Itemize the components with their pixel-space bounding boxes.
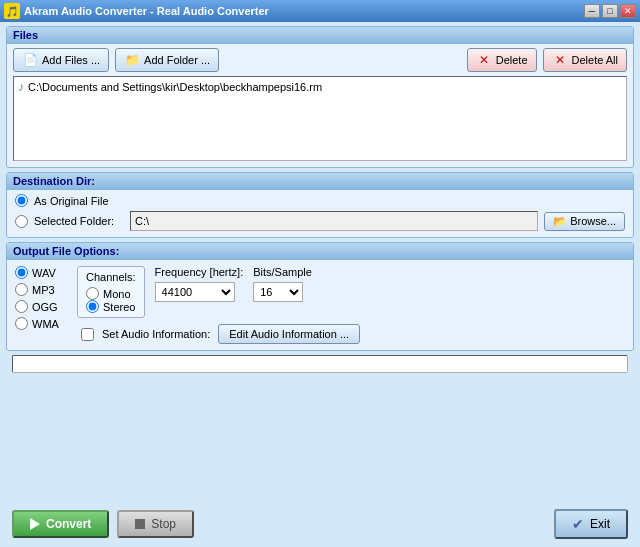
format-ogg-row: OGG xyxy=(15,300,65,313)
set-audio-info-label: Set Audio Information: xyxy=(102,328,210,340)
format-mp3-label: MP3 xyxy=(32,284,55,296)
format-wav-radio[interactable] xyxy=(15,266,28,279)
file-path: C:\Documents and Settings\kir\Desktop\be… xyxy=(28,81,322,93)
selected-folder-label: Selected Folder: xyxy=(34,215,124,227)
output-section: Output File Options: WAV MP3 OGG W xyxy=(6,242,634,351)
files-list[interactable]: ♪ C:\Documents and Settings\kir\Desktop\… xyxy=(13,76,627,161)
audio-info-row: Set Audio Information: Edit Audio Inform… xyxy=(77,324,625,344)
delete-button[interactable]: ✕ Delete xyxy=(467,48,537,72)
add-files-icon: 📄 xyxy=(22,52,38,68)
frequency-column: Frequency [hertz]: 44100 22050 11025 800… xyxy=(155,266,244,318)
output-section-title: Output File Options: xyxy=(7,243,633,260)
frequency-label: Frequency [hertz]: xyxy=(155,266,244,278)
convert-button[interactable]: Convert xyxy=(12,510,109,538)
output-right: Channels: Mono Stereo Frequency [hertz]: xyxy=(77,266,625,344)
window-controls: ─ □ ✕ xyxy=(584,4,636,18)
add-folder-icon: 📁 xyxy=(124,52,140,68)
output-content: WAV MP3 OGG WMA xyxy=(7,260,633,350)
destination-section: Destination Dir: As Original File Select… xyxy=(6,172,634,238)
as-original-row: As Original File xyxy=(15,194,625,207)
mono-radio[interactable] xyxy=(86,287,99,300)
add-files-button[interactable]: 📄 Add Files ... xyxy=(13,48,109,72)
format-mp3-row: MP3 xyxy=(15,283,65,296)
format-wav-row: WAV xyxy=(15,266,65,279)
channels-label: Channels: xyxy=(86,271,136,283)
files-section-title: Files xyxy=(7,27,633,44)
browse-button[interactable]: 📂 Browse... xyxy=(544,212,625,231)
files-section: Files 📄 Add Files ... 📁 Add Folder ... ✕… xyxy=(6,26,634,168)
mono-row: Mono xyxy=(86,287,136,300)
progress-bar xyxy=(12,355,628,373)
destination-section-title: Destination Dir: xyxy=(7,173,633,190)
maximize-button[interactable]: □ xyxy=(602,4,618,18)
minimize-button[interactable]: ─ xyxy=(584,4,600,18)
as-original-label: As Original File xyxy=(34,195,109,207)
output-top-row: Channels: Mono Stereo Frequency [hertz]: xyxy=(77,266,625,318)
close-button[interactable]: ✕ xyxy=(620,4,636,18)
title-bar: 🎵 Akram Audio Converter - Real Audio Con… xyxy=(0,0,640,22)
delete-all-button[interactable]: ✕ Delete All xyxy=(543,48,627,72)
format-wma-radio[interactable] xyxy=(15,317,28,330)
format-ogg-label: OGG xyxy=(32,301,58,313)
channels-box: Channels: Mono Stereo xyxy=(77,266,145,318)
bits-label: Bits/Sample xyxy=(253,266,312,278)
file-music-icon: ♪ xyxy=(18,80,24,94)
format-wma-row: WMA xyxy=(15,317,65,330)
folder-path-input[interactable] xyxy=(130,211,538,231)
format-mp3-radio[interactable] xyxy=(15,283,28,296)
mono-label: Mono xyxy=(103,288,131,300)
bits-column: Bits/Sample 16 8 xyxy=(253,266,312,318)
delete-icon: ✕ xyxy=(476,52,492,68)
stereo-row: Stereo xyxy=(86,300,136,313)
bottom-bar: Convert Stop ✔ Exit xyxy=(6,505,634,543)
exit-icon: ✔ xyxy=(572,516,584,532)
stereo-label: Stereo xyxy=(103,301,135,313)
format-wav-label: WAV xyxy=(32,267,56,279)
files-toolbar: 📄 Add Files ... 📁 Add Folder ... ✕ Delet… xyxy=(7,44,633,76)
stereo-radio[interactable] xyxy=(86,300,99,313)
selected-folder-radio[interactable] xyxy=(15,215,28,228)
app-icon: 🎵 xyxy=(4,3,20,19)
main-container: Files 📄 Add Files ... 📁 Add Folder ... ✕… xyxy=(0,22,640,547)
format-column: WAV MP3 OGG WMA xyxy=(15,266,65,330)
bits-select[interactable]: 16 8 xyxy=(253,282,303,302)
set-audio-info-checkbox[interactable] xyxy=(81,328,94,341)
list-item: ♪ C:\Documents and Settings\kir\Desktop\… xyxy=(16,79,624,95)
app-title: Akram Audio Converter - Real Audio Conve… xyxy=(24,5,580,17)
browse-icon: 📂 xyxy=(553,215,567,228)
format-wma-label: WMA xyxy=(32,318,59,330)
play-icon xyxy=(30,518,40,530)
frequency-select[interactable]: 44100 22050 11025 8000 xyxy=(155,282,235,302)
destination-content: As Original File Selected Folder: 📂 Brow… xyxy=(7,190,633,237)
delete-all-icon: ✕ xyxy=(552,52,568,68)
add-folder-button[interactable]: 📁 Add Folder ... xyxy=(115,48,219,72)
edit-audio-info-button[interactable]: Edit Audio Information ... xyxy=(218,324,360,344)
stop-button[interactable]: Stop xyxy=(117,510,194,538)
selected-folder-row: Selected Folder: 📂 Browse... xyxy=(15,211,625,231)
stop-icon xyxy=(135,519,145,529)
format-ogg-radio[interactable] xyxy=(15,300,28,313)
as-original-radio[interactable] xyxy=(15,194,28,207)
exit-button[interactable]: ✔ Exit xyxy=(554,509,628,539)
